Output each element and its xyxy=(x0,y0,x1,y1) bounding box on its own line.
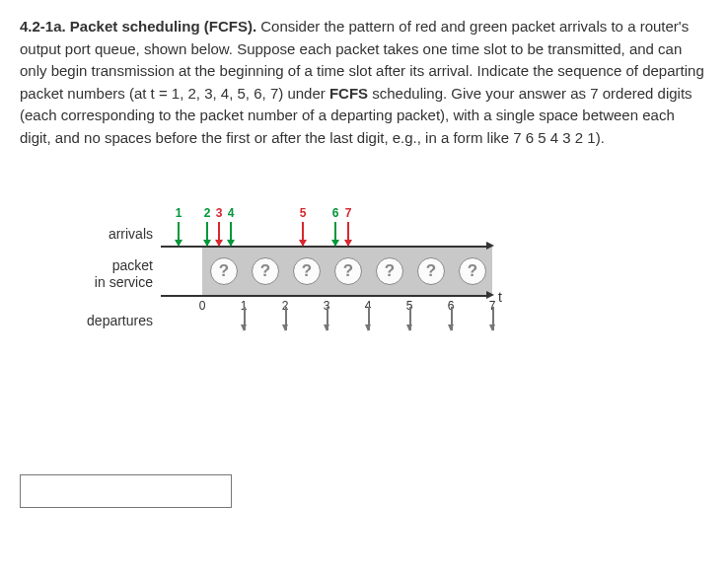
arrival-arrow-icon xyxy=(334,222,336,246)
arrival-number: 1 xyxy=(176,204,182,222)
label-packet-in-service: packet in service xyxy=(95,257,153,291)
arrival-number: 7 xyxy=(345,204,352,222)
packet-slot-unknown: ? xyxy=(210,257,238,285)
arrival-number: 4 xyxy=(228,204,235,222)
departure-arrow-icon xyxy=(451,307,453,330)
time-tick-label: 0 xyxy=(199,297,206,315)
packet-slot-unknown: ? xyxy=(459,257,486,285)
packet-slot-unknown: ? xyxy=(293,257,321,285)
arrival-number: 6 xyxy=(332,204,339,222)
packet-slot-unknown: ? xyxy=(417,257,445,285)
arrival-arrow-icon xyxy=(347,222,349,246)
question-bold-2: FCFS xyxy=(329,85,368,102)
departure-arrow-icon xyxy=(285,307,287,330)
departure-arrow-icon xyxy=(368,307,370,330)
departure-arrow-icon xyxy=(492,307,494,330)
arrival-arrow-icon xyxy=(218,222,220,246)
packet-slot-unknown: ? xyxy=(376,257,403,285)
label-arrivals: arrivals xyxy=(109,226,153,243)
arrival-number: 3 xyxy=(216,204,223,222)
departure-arrow-icon xyxy=(244,307,246,330)
arrival-arrow-icon xyxy=(230,222,232,246)
departure-arrow-icon xyxy=(409,307,411,330)
arrival-number: 5 xyxy=(300,204,307,222)
arrival-number: 2 xyxy=(204,204,211,222)
arrival-arrow-icon xyxy=(206,222,208,246)
arrival-arrow-icon xyxy=(302,222,304,246)
timing-diagram: arrivals packet in service departures t … xyxy=(49,179,602,405)
arrival-arrow-icon xyxy=(178,222,180,246)
departure-arrow-icon xyxy=(327,307,328,330)
question-text: 4.2-1a. Packet scheduling (FCFS). Consid… xyxy=(20,16,708,149)
answer-input[interactable] xyxy=(20,474,232,508)
t-axis-label: t xyxy=(498,287,502,308)
axis-top-arrow-icon xyxy=(486,242,494,250)
question-title: 4.2-1a. Packet scheduling (FCFS). xyxy=(20,18,256,35)
packet-slot-unknown: ? xyxy=(334,257,362,285)
label-departures: departures xyxy=(87,313,153,329)
packet-slot-unknown: ? xyxy=(252,257,279,285)
